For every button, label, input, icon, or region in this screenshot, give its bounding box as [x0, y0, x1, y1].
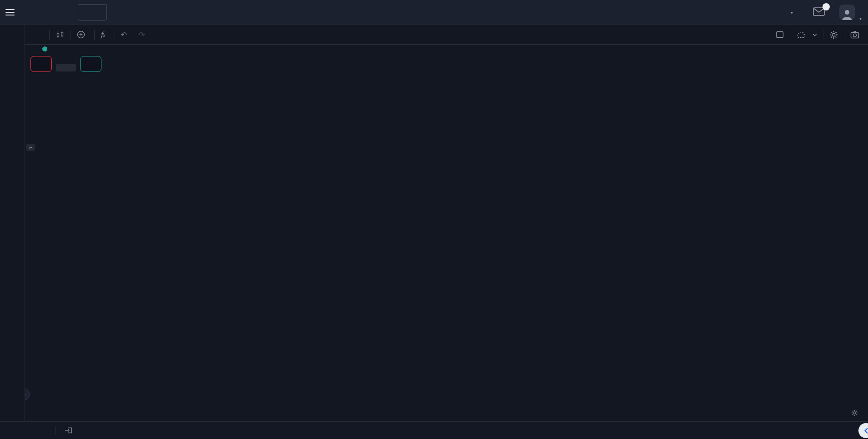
spread-block — [55, 56, 77, 72]
symbol-button[interactable] — [25, 28, 37, 41]
divider — [42, 426, 42, 434]
profit-dropdown-icon[interactable]: ▾ — [791, 10, 793, 15]
market-status-dot — [42, 46, 47, 51]
drawing-toolbar — [0, 25, 25, 421]
menu-icon[interactable] — [0, 0, 20, 25]
compare-button[interactable] — [71, 28, 94, 41]
avatar-dropdown-icon[interactable]: ▾ — [859, 16, 862, 21]
function-icon: ƒx — [101, 31, 106, 39]
chart-canvas — [25, 45, 868, 421]
settings-button[interactable] — [823, 28, 844, 41]
step-value — [56, 64, 76, 71]
pane-divider[interactable] — [25, 313, 839, 316]
cloud-icon — [796, 31, 806, 38]
avatar-button[interactable] — [839, 5, 855, 20]
chart-legend — [30, 46, 101, 72]
bottom-bar — [0, 421, 868, 439]
sell-button[interactable] — [30, 56, 52, 72]
user-icon — [841, 8, 853, 20]
divider — [55, 426, 56, 434]
maximize-icon — [776, 31, 784, 38]
expand-panel-button[interactable] — [858, 423, 868, 438]
price-scale[interactable] — [839, 45, 868, 407]
chevron-down-icon — [812, 33, 817, 36]
chart-style-button[interactable] — [50, 28, 71, 41]
gear-icon — [829, 31, 838, 39]
camera-icon — [850, 31, 859, 39]
inbox-button[interactable] — [813, 7, 827, 18]
candlestick-icon — [56, 30, 65, 39]
chevron-up-icon — [29, 146, 33, 149]
chart-area[interactable] — [25, 45, 868, 421]
top-bar: ▾ ▾ — [0, 0, 868, 25]
goto-date-button[interactable] — [65, 427, 73, 434]
indicators-button[interactable]: ƒx — [95, 28, 115, 41]
buy-button[interactable] — [80, 56, 101, 72]
chart-toolbar: ƒx ↶ ↷ — [25, 25, 868, 45]
redo-button[interactable]: ↷ — [133, 28, 151, 41]
goto-date-icon — [65, 427, 73, 434]
snapshot-button[interactable] — [844, 28, 865, 41]
time-axis[interactable] — [25, 407, 839, 421]
chevron-left-icon — [864, 428, 868, 434]
inbox-badge — [823, 3, 830, 10]
interval-button[interactable] — [37, 28, 49, 41]
maximize-button[interactable] — [770, 28, 790, 41]
save-button[interactable] — [790, 28, 823, 41]
account-summary: ▾ — [727, 10, 793, 15]
new-order-button[interactable] — [78, 4, 107, 20]
undo-button[interactable]: ↶ — [115, 28, 133, 41]
app-logo — [38, 5, 39, 20]
divider — [829, 426, 829, 434]
compare-plus-icon — [77, 31, 85, 39]
collapse-indicators-button[interactable] — [26, 144, 35, 151]
scale-settings-icon[interactable] — [851, 409, 858, 418]
